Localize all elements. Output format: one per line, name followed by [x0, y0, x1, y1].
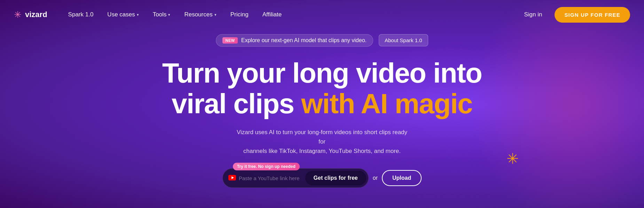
- nav-right: Sign in SIGN UP FOR FREE: [518, 7, 630, 23]
- nav-item-tools[interactable]: Tools ▾: [146, 8, 178, 22]
- navigation: ✳ vizard Spark 1.0 Use cases ▾ Tools ▾ R…: [0, 0, 644, 29]
- sign-in-button[interactable]: Sign in: [518, 8, 548, 21]
- logo[interactable]: ✳ vizard: [14, 9, 47, 20]
- get-clips-button[interactable]: Get clips for free: [305, 171, 366, 185]
- input-row: Get clips for free or Upload: [222, 168, 422, 188]
- sign-up-button[interactable]: SIGN UP FOR FREE: [555, 7, 630, 23]
- nav-item-pricing[interactable]: Pricing: [223, 8, 256, 22]
- nav-item-usecases[interactable]: Use cases ▾: [100, 8, 146, 22]
- hero-section: ✳ vizard Spark 1.0 Use cases ▾ Tools ▾ R…: [0, 0, 644, 208]
- hero-subtext: Vizard uses AI to turn your long-form vi…: [235, 128, 409, 156]
- nav-item-resources[interactable]: Resources ▾: [177, 8, 223, 22]
- youtube-url-input[interactable]: [239, 175, 303, 181]
- nav-item-affiliate[interactable]: Affiliate: [256, 8, 289, 22]
- try-free-label: Try it free. No sign up needed: [233, 163, 300, 170]
- chevron-down-icon: ▾: [168, 13, 170, 17]
- hero-heading-line1: Turn your long video into: [162, 57, 482, 88]
- url-input-container: Get clips for free: [222, 168, 369, 188]
- announcement-text-group: NEW Explore our next-gen AI model that c…: [216, 34, 373, 47]
- announcement-message: Explore our next-gen AI model that clips…: [241, 37, 367, 44]
- announcement-bar: NEW Explore our next-gen AI model that c…: [216, 34, 428, 47]
- hero-content: NEW Explore our next-gen AI model that c…: [0, 0, 644, 208]
- input-area: Try it free. No sign up needed Get clips…: [222, 168, 422, 188]
- chevron-down-icon: ▾: [137, 13, 139, 17]
- about-spark-button[interactable]: About Spark 1.0: [379, 34, 428, 46]
- nav-item-spark[interactable]: Spark 1.0: [61, 8, 101, 22]
- logo-text: vizard: [25, 10, 47, 19]
- new-badge: NEW: [222, 37, 237, 44]
- chevron-down-icon: ▾: [214, 13, 217, 17]
- decorative-asterisk: ✳: [506, 152, 519, 166]
- upload-button[interactable]: Upload: [382, 170, 422, 186]
- hero-heading-line2-highlight: with AI magic: [301, 88, 472, 119]
- hero-heading: Turn your long video into viral clips wi…: [162, 58, 482, 119]
- hero-heading-line2-normal: viral clips: [172, 88, 301, 119]
- or-separator: or: [373, 175, 378, 181]
- logo-icon: ✳: [14, 9, 22, 20]
- youtube-icon: [228, 174, 236, 182]
- nav-links: Spark 1.0 Use cases ▾ Tools ▾ Resources …: [61, 8, 519, 22]
